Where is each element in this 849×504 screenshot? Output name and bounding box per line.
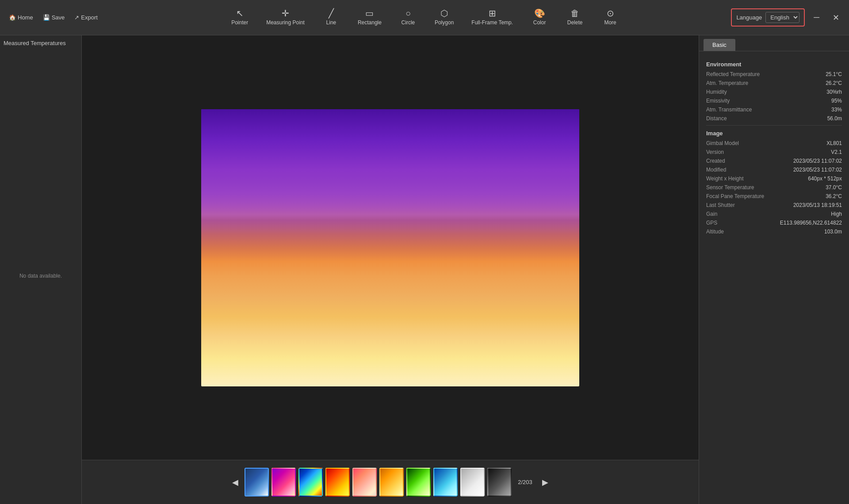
- thumbnail-10[interactable]: [487, 468, 512, 496]
- img-value-2: 2023/05/23 11:07:02: [793, 158, 842, 164]
- export-label: Export: [81, 14, 98, 21]
- env-row-3: Emissivity 95%: [706, 98, 842, 104]
- img-value-0: XL801: [826, 140, 842, 146]
- tool-rectangle[interactable]: ▭Rectangle: [349, 6, 390, 28]
- env-label-5: Distance: [706, 115, 824, 122]
- tool-polygon[interactable]: ⬡Polygon: [426, 6, 463, 28]
- right-panel: Basic Environment Reflected Temperature …: [699, 35, 849, 504]
- more-icon: ⊙: [607, 9, 614, 18]
- line-label: Line: [326, 19, 337, 26]
- thumbnail-6[interactable]: [379, 468, 404, 496]
- env-value-2: 30%rh: [826, 89, 842, 95]
- language-selector[interactable]: Language English 中文: [731, 8, 805, 27]
- panel-content: Environment Reflected Temperature 25.1°C…: [699, 51, 849, 243]
- img-value-6: 36.2°C: [826, 193, 842, 199]
- image-area: [82, 35, 699, 460]
- measuring-point-icon: ✛: [282, 9, 289, 18]
- image-rows: Gimbal Model XL801 Version V2.1 Created …: [706, 140, 842, 235]
- minimize-button[interactable]: ─: [809, 11, 824, 24]
- thumbnail-3[interactable]: [298, 468, 323, 496]
- image-section-title: Image: [706, 130, 842, 137]
- img-row-6: Focal Pane Temperature 36.2°C: [706, 193, 842, 199]
- page-indicator: 2/203: [514, 479, 536, 485]
- thumbnail-5[interactable]: [352, 468, 377, 496]
- full-frame-icon: ⊞: [489, 9, 496, 18]
- more-label: More: [604, 19, 616, 26]
- thumbnail-1[interactable]: [245, 468, 269, 496]
- rectangle-label: Rectangle: [358, 19, 382, 26]
- tool-measuring-point[interactable]: ✛Measuring Point: [257, 6, 314, 28]
- prev-image-button[interactable]: ◀: [229, 476, 242, 489]
- env-row-4: Atm. Transmittance 33%: [706, 107, 842, 113]
- circle-label: Circle: [402, 19, 415, 26]
- env-label-0: Reflected Temperature: [706, 71, 822, 77]
- tool-circle[interactable]: ○Circle: [390, 6, 426, 28]
- full-frame-label: Full-Frame Temp.: [471, 19, 513, 26]
- center-panel: ◀ 2/203 ▶: [82, 35, 699, 504]
- img-row-9: GPS E113.989656,N22.614822: [706, 220, 842, 226]
- line-icon: ╱: [329, 9, 334, 18]
- img-value-9: E113.989656,N22.614822: [780, 220, 842, 226]
- rectangle-icon: ▭: [365, 9, 374, 18]
- img-value-4: 640px * 512px: [808, 176, 842, 182]
- toolbar: 🏠 Home 💾 Save ↗ Export ↖Pointer✛Measurin…: [0, 0, 849, 35]
- main-area: Measured Temperatures No data available.…: [0, 35, 849, 504]
- img-label-5: Sensor Temperature: [706, 184, 822, 191]
- language-dropdown[interactable]: English 中文: [765, 12, 799, 23]
- img-value-8: High: [831, 211, 842, 217]
- thumbnail-2[interactable]: [272, 468, 296, 496]
- close-button[interactable]: ✕: [828, 11, 844, 24]
- delete-label: Delete: [567, 19, 583, 26]
- tab-basic[interactable]: Basic: [704, 39, 735, 51]
- toolbar-right: Language English 中文 ─ ✕: [731, 8, 844, 27]
- env-label-2: Humidity: [706, 89, 823, 95]
- img-value-10: 103.0m: [824, 229, 842, 235]
- env-value-4: 33%: [831, 107, 842, 113]
- env-label-4: Atm. Transmittance: [706, 107, 828, 113]
- img-row-2: Created 2023/05/23 11:07:02: [706, 158, 842, 164]
- save-button[interactable]: 💾 Save: [39, 12, 69, 23]
- env-row-2: Humidity 30%rh: [706, 89, 842, 95]
- tool-line[interactable]: ╱Line: [314, 6, 349, 28]
- img-row-10: Altitude 103.0m: [706, 229, 842, 235]
- export-icon: ↗: [74, 14, 79, 21]
- next-image-button[interactable]: ▶: [539, 476, 552, 489]
- color-icon: 🎨: [534, 9, 545, 18]
- toolbar-tools: ↖Pointer✛Measuring Point╱Line▭Rectangle○…: [119, 6, 731, 28]
- thumbnail-9[interactable]: [460, 468, 485, 496]
- env-value-1: 26.2°C: [826, 80, 842, 86]
- color-label: Color: [533, 19, 546, 26]
- home-button[interactable]: 🏠 Home: [5, 12, 37, 23]
- img-value-5: 37.0°C: [826, 184, 842, 191]
- pointer-icon: ↖: [236, 9, 244, 18]
- img-label-4: Weight x Height: [706, 176, 804, 182]
- tool-more[interactable]: ⊙More: [593, 6, 628, 28]
- thumbnail-7[interactable]: [406, 468, 431, 496]
- pointer-label: Pointer: [231, 19, 248, 26]
- img-value-3: 2023/05/23 11:07:02: [793, 167, 842, 173]
- tool-color[interactable]: 🎨Color: [522, 6, 557, 28]
- img-label-9: GPS: [706, 220, 776, 226]
- export-button[interactable]: ↗ Export: [71, 12, 101, 23]
- toolbar-file-actions: 🏠 Home 💾 Save ↗ Export: [5, 12, 101, 23]
- img-label-3: Modified: [706, 167, 790, 173]
- section-divider: [706, 125, 842, 126]
- env-label-3: Emissivity: [706, 98, 828, 104]
- env-value-5: 56.0m: [827, 115, 842, 122]
- polygon-icon: ⬡: [440, 9, 448, 18]
- env-value-3: 95%: [831, 98, 842, 104]
- left-panel: Measured Temperatures No data available.: [0, 35, 82, 504]
- polygon-label: Polygon: [435, 19, 454, 26]
- thumbnail-4[interactable]: [325, 468, 350, 496]
- environment-rows: Reflected Temperature 25.1°C Atm. Temper…: [706, 71, 842, 122]
- thumbnail-8[interactable]: [433, 468, 458, 496]
- save-icon: 💾: [43, 14, 50, 21]
- tool-delete[interactable]: 🗑Delete: [557, 6, 593, 28]
- environment-section-title: Environment: [706, 61, 842, 68]
- img-value-7: 2023/05/13 18:19:51: [793, 202, 842, 208]
- img-label-1: Version: [706, 149, 827, 155]
- tool-pointer[interactable]: ↖Pointer: [222, 6, 257, 28]
- env-row-5: Distance 56.0m: [706, 115, 842, 122]
- img-row-7: Last Shutter 2023/05/13 18:19:51: [706, 202, 842, 208]
- tool-full-frame[interactable]: ⊞Full-Frame Temp.: [463, 6, 522, 28]
